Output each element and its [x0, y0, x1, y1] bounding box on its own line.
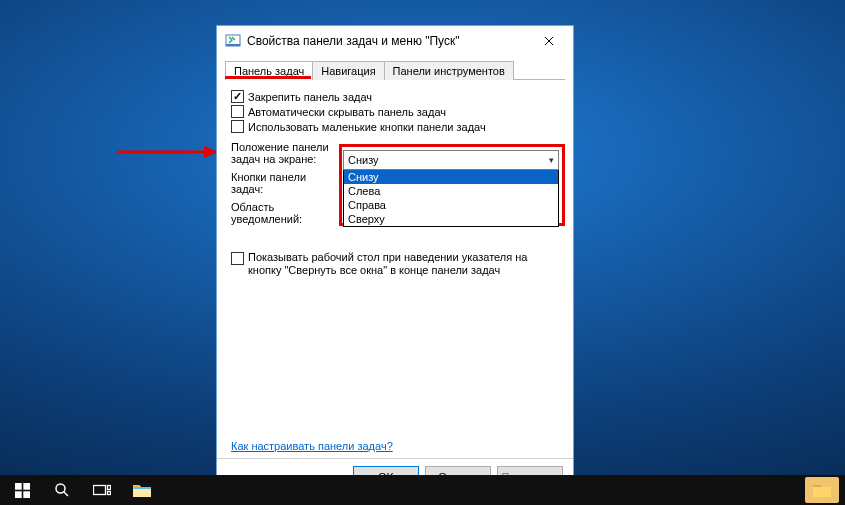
- window-title: Свойства панели задач и меню "Пуск": [247, 34, 529, 48]
- smallbuttons-checkbox[interactable]: [231, 120, 244, 133]
- svg-rect-10: [94, 486, 106, 495]
- showdesktop-label: Показывать рабочий стол при наведении ук…: [248, 251, 558, 277]
- position-selected-value: Снизу: [348, 154, 379, 166]
- position-select[interactable]: Снизу ▾: [343, 150, 559, 170]
- start-button[interactable]: [2, 475, 42, 505]
- svg-rect-3: [226, 44, 240, 46]
- task-view-icon[interactable]: [82, 475, 122, 505]
- svg-point-8: [56, 484, 65, 493]
- taskbar-right-badge[interactable]: [805, 477, 839, 503]
- showdesktop-row[interactable]: Показывать рабочий стол при наведении ук…: [231, 251, 558, 277]
- smallbuttons-label: Использовать маленькие кнопки панели зад…: [248, 121, 486, 133]
- lock-taskbar-checkbox[interactable]: [231, 90, 244, 103]
- svg-rect-7: [23, 491, 30, 498]
- lock-taskbar-label: Закрепить панель задач: [248, 91, 372, 103]
- svg-rect-6: [15, 491, 22, 498]
- svg-rect-11: [108, 486, 111, 490]
- tab-navigation[interactable]: Навигация: [312, 61, 384, 80]
- autohide-checkbox[interactable]: [231, 105, 244, 118]
- chevron-down-icon: ▾: [549, 155, 554, 165]
- position-option-left[interactable]: Слева: [344, 184, 558, 198]
- smallbuttons-row[interactable]: Использовать маленькие кнопки панели зад…: [231, 120, 563, 133]
- file-explorer-icon[interactable]: [122, 475, 162, 505]
- properties-dialog: Свойства панели задач и меню "Пуск" Пане…: [216, 25, 574, 495]
- svg-rect-12: [108, 492, 111, 495]
- buttons-label: Кнопки панели задач:: [231, 171, 341, 195]
- svg-rect-4: [15, 483, 22, 490]
- notify-label: Область уведомлений:: [231, 201, 341, 225]
- position-option-bottom[interactable]: Снизу: [344, 170, 558, 184]
- close-button[interactable]: [529, 27, 569, 55]
- position-option-top[interactable]: Сверху: [344, 212, 558, 226]
- help-link[interactable]: Как настраивать панели задач?: [231, 440, 393, 452]
- position-options-list: Снизу Слева Справа Сверху: [343, 170, 559, 227]
- autohide-row[interactable]: Автоматически скрывать панель задач: [231, 105, 563, 118]
- annotation-arrow: [118, 146, 218, 158]
- titlebar[interactable]: Свойства панели задач и меню "Пуск": [217, 26, 573, 56]
- showdesktop-checkbox[interactable]: [231, 252, 244, 265]
- position-label: Положение панели задач на экране:: [231, 141, 341, 165]
- taskbar[interactable]: [0, 475, 845, 505]
- autohide-label: Автоматически скрывать панель задач: [248, 106, 446, 118]
- svg-line-9: [64, 492, 68, 496]
- search-icon[interactable]: [42, 475, 82, 505]
- tab-content: Закрепить панель задач Автоматически скр…: [227, 88, 563, 452]
- app-icon: [225, 33, 241, 49]
- lock-taskbar-row[interactable]: Закрепить панель задач: [231, 90, 563, 103]
- tab-toolbars[interactable]: Панели инструментов: [384, 61, 514, 80]
- position-dropdown[interactable]: Снизу ▾ Снизу Слева Справа Сверху: [343, 150, 559, 227]
- annotation-underline: [225, 76, 311, 79]
- svg-rect-5: [23, 483, 30, 490]
- position-option-right[interactable]: Справа: [344, 198, 558, 212]
